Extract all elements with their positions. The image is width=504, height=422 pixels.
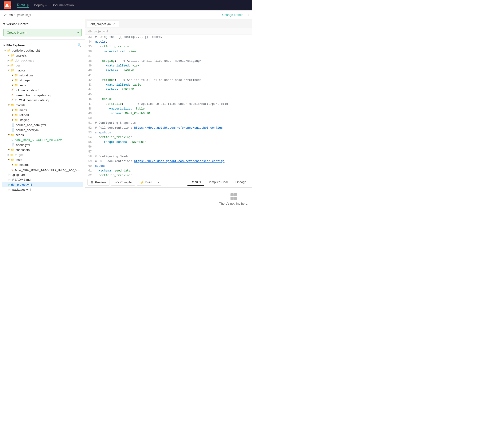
result-tab-compiled-code[interactable]: Compiled Code [204, 179, 232, 186]
file-name-label: ABC_Bank_SECURITY_INFO.csv [15, 138, 62, 142]
tree-item[interactable]: ▼ 📁refined [2, 113, 83, 117]
tree-item[interactable]: ⊙current_from_snapshot.sql [2, 93, 83, 98]
tree-item[interactable]: 📄source_abc_bank.yml [2, 122, 83, 128]
tree-item[interactable]: ⊙to_21st_century_date.sql [2, 98, 83, 103]
tree-item[interactable]: ⊙dbt_project.yml [2, 182, 83, 187]
sql-file-icon: ⊙ [11, 99, 13, 102]
line-content: +schema: MART_PORTFOLIO [95, 111, 252, 116]
code-editor[interactable]: 33# using the {{ config(...) }} macro.34… [85, 35, 252, 177]
result-tab-results[interactable]: Results [187, 179, 204, 186]
code-line: 38 staging: # Applies to all files under… [85, 59, 252, 63]
line-content: # using the {{ config(...) }} macro. [95, 35, 252, 39]
nav-deploy[interactable]: Deploy ▾ [34, 3, 47, 7]
code-line: 42 refined: # Applies to all files under… [85, 78, 252, 83]
tree-item[interactable]: ⊙ABC_Bank_SECURITY_INFO.csv [2, 137, 83, 142]
code-link[interactable]: https://next.docs.getdbt.com/reference/s… [134, 160, 225, 163]
tree-item[interactable]: ▶ 📁logs [2, 63, 83, 68]
nav-develop[interactable]: Develop [17, 3, 29, 8]
code-value-green: portfolio_tracking [99, 45, 131, 48]
code-plain [95, 98, 102, 101]
file-explorer-label: File Explorer [6, 43, 25, 47]
build-dropdown-button[interactable]: ▾ [156, 179, 161, 186]
create-branch-row: Create branch ▾ [3, 29, 82, 37]
tree-item[interactable]: 📄README.md [2, 177, 83, 182]
result-tab-lineage[interactable]: Lineage [232, 179, 250, 186]
tab-close-button[interactable]: ✕ [113, 22, 116, 25]
folder-icon: ▼ 📁 [11, 84, 18, 87]
create-branch-dropdown[interactable]: ▾ [75, 29, 82, 37]
version-control-chevron-icon: ▾ [3, 22, 5, 26]
tree-item[interactable]: ⊙STG_ABC_BANK_SECURITY_INFO__NO_CLASH_D.… [2, 167, 83, 172]
tree-item[interactable]: ▶ 📁dbt_packages [2, 58, 83, 63]
build-button[interactable]: ⚡ Build [137, 179, 156, 186]
file-name-label: portfolio-tracking-dbt [12, 49, 40, 52]
line-content: +schema: REFINED [95, 87, 252, 92]
editor-tab-dbt-project[interactable]: dbt_project.yml ✕ [87, 21, 119, 27]
line-content [95, 149, 252, 154]
line-number: 51 [85, 121, 95, 125]
tree-item[interactable]: ▼ 📁storage [2, 78, 83, 83]
file-name-label: macros [19, 163, 30, 166]
tree-item[interactable]: 📄source_seed.yml [2, 128, 83, 133]
compile-button[interactable]: </> Compile [111, 179, 135, 186]
code-plain [95, 112, 109, 115]
change-branch-button[interactable]: Change branch [222, 13, 243, 17]
tree-item[interactable]: ▼ 📁snapshots [2, 147, 83, 152]
file-search-button[interactable]: 🔍 [78, 43, 82, 47]
file-name-label: staging [19, 118, 29, 122]
tree-item[interactable]: ▼ 📁analysis [2, 53, 83, 58]
line-number: 56 [85, 145, 95, 149]
line-number: 48 [85, 106, 95, 111]
code-key: seeds [95, 164, 104, 168]
version-control-title: Version Control [6, 22, 29, 26]
code-line: 33# using the {{ config(...) }} macro. [85, 35, 252, 39]
preview-button[interactable]: ⊞ Preview [87, 179, 109, 186]
create-branch-button[interactable]: Create branch [3, 29, 75, 37]
tree-item[interactable]: ▼ 📁portfolio-tracking-dbt [2, 48, 83, 53]
code-line: 41 [85, 73, 252, 78]
line-number: 37 [85, 54, 95, 59]
code-line: 53snapshots: [85, 130, 252, 135]
tree-item[interactable]: ▶ 📁target [2, 152, 83, 157]
branch-name: main [8, 13, 15, 17]
code-line: 57 [85, 149, 252, 154]
line-content: staging: # Applies to all files under mo… [95, 59, 252, 63]
sql-file-icon: ⊙ [11, 94, 13, 97]
tree-item[interactable]: ▼ 📁models [2, 103, 83, 108]
tree-item[interactable]: ⊙column_exists.sql [2, 88, 83, 93]
line-number: 58 [85, 154, 95, 159]
nav-documentation[interactable]: Documentation [52, 3, 74, 7]
code-plain: : [131, 136, 132, 139]
tree-item[interactable]: ▼ 📁staging [2, 117, 83, 122]
file-explorer-title[interactable]: ▾ File Explorer [3, 43, 25, 47]
tree-item[interactable]: 📄packages.yml [2, 187, 83, 192]
tree-item[interactable]: ▼ 📁macros [2, 162, 83, 167]
line-number: 60 [85, 164, 95, 168]
code-line: 61 +schema: seed_data [85, 168, 252, 173]
code-value-green: staging [102, 59, 115, 63]
tree-item[interactable]: ▼ 📁tests [2, 83, 83, 88]
yml-file-icon: 📄 [11, 143, 15, 147]
code-plain [95, 136, 99, 139]
build-button-group: ⚡ Build ▾ [137, 179, 161, 186]
folder-icon: ▼ 📁 [8, 69, 14, 72]
file-name-label: dbt_project.yml [11, 183, 32, 186]
code-line: 48 +materialized: table [85, 106, 252, 111]
tree-item[interactable]: ▼ 📁macros [2, 68, 83, 73]
version-control-header[interactable]: ▾ Version Control [3, 22, 82, 26]
line-content: portfolio: # Applies to all files under … [95, 102, 252, 106]
tree-item[interactable]: ▼ 📁tests [2, 157, 83, 162]
line-number: 44 [85, 87, 95, 92]
book-icon[interactable]: ⊞ [246, 13, 249, 17]
folder-icon: ▼ 📁 [8, 104, 14, 107]
tree-item[interactable]: ▼ 📁seeds [2, 133, 83, 137]
code-line: 55 +target_schema: SNAPSHOTS [85, 140, 252, 145]
folder-icon: ▼ 📁 [8, 133, 14, 136]
code-link[interactable]: https://docs.getdbt.com/reference/snapsh… [134, 126, 223, 130]
tree-item[interactable]: 📄.gitignore [2, 172, 83, 177]
tree-item[interactable]: ▼ 📁marts [2, 108, 83, 113]
line-content: portfolio_tracking: [95, 44, 252, 49]
tree-item[interactable]: ▼ 📁migrations [2, 73, 83, 78]
yml-file-icon: 📄 [11, 123, 15, 127]
tree-item[interactable]: 📄seeds.yml [2, 142, 83, 147]
